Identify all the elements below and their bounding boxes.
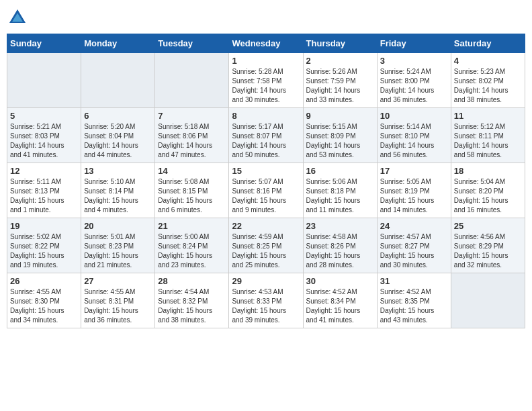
day-cell: 13Sunrise: 5:10 AM Sunset: 8:14 PM Dayli… bbox=[81, 163, 155, 218]
page-header bbox=[7, 7, 525, 28]
day-number: 31 bbox=[380, 276, 448, 286]
day-info: Sunrise: 4:55 AM Sunset: 8:31 PM Dayligh… bbox=[84, 287, 152, 325]
day-number: 7 bbox=[158, 111, 226, 121]
day-number: 12 bbox=[10, 166, 78, 176]
day-cell: 29Sunrise: 4:53 AM Sunset: 8:33 PM Dayli… bbox=[229, 273, 303, 328]
day-number: 5 bbox=[10, 111, 78, 121]
day-number: 22 bbox=[232, 221, 300, 231]
day-info: Sunrise: 5:05 AM Sunset: 8:19 PM Dayligh… bbox=[380, 177, 448, 215]
day-cell: 22Sunrise: 4:59 AM Sunset: 8:25 PM Dayli… bbox=[229, 218, 303, 273]
day-number: 28 bbox=[158, 276, 226, 286]
day-info: Sunrise: 5:12 AM Sunset: 8:11 PM Dayligh… bbox=[454, 122, 522, 160]
day-cell: 25Sunrise: 4:56 AM Sunset: 8:29 PM Dayli… bbox=[451, 218, 525, 273]
day-info: Sunrise: 5:01 AM Sunset: 8:23 PM Dayligh… bbox=[84, 232, 152, 270]
day-cell: 28Sunrise: 4:54 AM Sunset: 8:32 PM Dayli… bbox=[155, 273, 229, 328]
day-number: 17 bbox=[380, 166, 448, 176]
day-info: Sunrise: 5:24 AM Sunset: 8:00 PM Dayligh… bbox=[380, 67, 448, 105]
day-cell: 1Sunrise: 5:28 AM Sunset: 7:58 PM Daylig… bbox=[229, 53, 303, 108]
day-cell: 31Sunrise: 4:52 AM Sunset: 8:35 PM Dayli… bbox=[377, 273, 451, 328]
header-cell-saturday: Saturday bbox=[451, 34, 525, 53]
day-cell bbox=[7, 53, 81, 108]
day-cell: 21Sunrise: 5:00 AM Sunset: 8:24 PM Dayli… bbox=[155, 218, 229, 273]
day-cell: 20Sunrise: 5:01 AM Sunset: 8:23 PM Dayli… bbox=[81, 218, 155, 273]
day-number: 21 bbox=[158, 221, 226, 231]
day-info: Sunrise: 5:20 AM Sunset: 8:04 PM Dayligh… bbox=[84, 122, 152, 160]
day-info: Sunrise: 5:17 AM Sunset: 8:07 PM Dayligh… bbox=[232, 122, 300, 160]
day-number: 25 bbox=[454, 221, 522, 231]
day-number: 13 bbox=[84, 166, 152, 176]
day-cell: 23Sunrise: 4:58 AM Sunset: 8:26 PM Dayli… bbox=[303, 218, 377, 273]
header-row: SundayMondayTuesdayWednesdayThursdayFrid… bbox=[7, 34, 525, 53]
day-number: 14 bbox=[158, 166, 226, 176]
day-cell: 27Sunrise: 4:55 AM Sunset: 8:31 PM Dayli… bbox=[81, 273, 155, 328]
header-cell-sunday: Sunday bbox=[7, 34, 81, 53]
day-number: 8 bbox=[232, 111, 300, 121]
day-number: 20 bbox=[84, 221, 152, 231]
day-number: 15 bbox=[232, 166, 300, 176]
day-cell: 18Sunrise: 5:04 AM Sunset: 8:20 PM Dayli… bbox=[451, 163, 525, 218]
day-cell: 16Sunrise: 5:06 AM Sunset: 8:18 PM Dayli… bbox=[303, 163, 377, 218]
day-cell: 6Sunrise: 5:20 AM Sunset: 8:04 PM Daylig… bbox=[81, 108, 155, 163]
day-info: Sunrise: 5:07 AM Sunset: 8:16 PM Dayligh… bbox=[232, 177, 300, 215]
day-cell: 30Sunrise: 4:52 AM Sunset: 8:34 PM Dayli… bbox=[303, 273, 377, 328]
day-cell: 9Sunrise: 5:15 AM Sunset: 8:09 PM Daylig… bbox=[303, 108, 377, 163]
day-info: Sunrise: 4:55 AM Sunset: 8:30 PM Dayligh… bbox=[10, 287, 78, 325]
week-row-1: 1Sunrise: 5:28 AM Sunset: 7:58 PM Daylig… bbox=[7, 53, 525, 108]
header-cell-monday: Monday bbox=[81, 34, 155, 53]
calendar-body: 1Sunrise: 5:28 AM Sunset: 7:58 PM Daylig… bbox=[7, 53, 525, 328]
day-cell: 2Sunrise: 5:26 AM Sunset: 7:59 PM Daylig… bbox=[303, 53, 377, 108]
day-number: 27 bbox=[84, 276, 152, 286]
header-cell-thursday: Thursday bbox=[303, 34, 377, 53]
day-info: Sunrise: 5:14 AM Sunset: 8:10 PM Dayligh… bbox=[380, 122, 448, 160]
day-cell bbox=[155, 53, 229, 108]
day-number: 11 bbox=[454, 111, 522, 121]
day-info: Sunrise: 5:10 AM Sunset: 8:14 PM Dayligh… bbox=[84, 177, 152, 215]
day-info: Sunrise: 5:00 AM Sunset: 8:24 PM Dayligh… bbox=[158, 232, 226, 270]
day-info: Sunrise: 4:53 AM Sunset: 8:33 PM Dayligh… bbox=[232, 287, 300, 325]
day-info: Sunrise: 5:21 AM Sunset: 8:03 PM Dayligh… bbox=[10, 122, 78, 160]
header-cell-tuesday: Tuesday bbox=[155, 34, 229, 53]
day-info: Sunrise: 5:18 AM Sunset: 8:06 PM Dayligh… bbox=[158, 122, 226, 160]
day-info: Sunrise: 4:58 AM Sunset: 8:26 PM Dayligh… bbox=[306, 232, 374, 270]
day-cell: 8Sunrise: 5:17 AM Sunset: 8:07 PM Daylig… bbox=[229, 108, 303, 163]
day-info: Sunrise: 4:52 AM Sunset: 8:34 PM Dayligh… bbox=[306, 287, 374, 325]
header-cell-wednesday: Wednesday bbox=[229, 34, 303, 53]
day-number: 29 bbox=[232, 276, 300, 286]
day-cell: 26Sunrise: 4:55 AM Sunset: 8:30 PM Dayli… bbox=[7, 273, 81, 328]
day-cell bbox=[81, 53, 155, 108]
day-info: Sunrise: 5:26 AM Sunset: 7:59 PM Dayligh… bbox=[306, 67, 374, 105]
week-row-4: 19Sunrise: 5:02 AM Sunset: 8:22 PM Dayli… bbox=[7, 218, 525, 273]
day-info: Sunrise: 5:02 AM Sunset: 8:22 PM Dayligh… bbox=[10, 232, 78, 270]
day-cell: 24Sunrise: 4:57 AM Sunset: 8:27 PM Dayli… bbox=[377, 218, 451, 273]
day-info: Sunrise: 5:08 AM Sunset: 8:15 PM Dayligh… bbox=[158, 177, 226, 215]
calendar-header: SundayMondayTuesdayWednesdayThursdayFrid… bbox=[7, 34, 525, 53]
day-number: 23 bbox=[306, 221, 374, 231]
day-number: 1 bbox=[232, 56, 300, 66]
day-cell: 17Sunrise: 5:05 AM Sunset: 8:19 PM Dayli… bbox=[377, 163, 451, 218]
header-cell-friday: Friday bbox=[377, 34, 451, 53]
logo bbox=[7, 7, 31, 28]
day-number: 4 bbox=[454, 56, 522, 66]
day-info: Sunrise: 4:57 AM Sunset: 8:27 PM Dayligh… bbox=[380, 232, 448, 270]
day-info: Sunrise: 4:56 AM Sunset: 8:29 PM Dayligh… bbox=[454, 232, 522, 270]
day-number: 10 bbox=[380, 111, 448, 121]
week-row-5: 26Sunrise: 4:55 AM Sunset: 8:30 PM Dayli… bbox=[7, 273, 525, 328]
week-row-2: 5Sunrise: 5:21 AM Sunset: 8:03 PM Daylig… bbox=[7, 108, 525, 163]
logo-icon bbox=[7, 7, 28, 28]
day-number: 9 bbox=[306, 111, 374, 121]
day-cell: 10Sunrise: 5:14 AM Sunset: 8:10 PM Dayli… bbox=[377, 108, 451, 163]
day-number: 19 bbox=[10, 221, 78, 231]
day-info: Sunrise: 5:15 AM Sunset: 8:09 PM Dayligh… bbox=[306, 122, 374, 160]
day-cell: 14Sunrise: 5:08 AM Sunset: 8:15 PM Dayli… bbox=[155, 163, 229, 218]
day-cell: 15Sunrise: 5:07 AM Sunset: 8:16 PM Dayli… bbox=[229, 163, 303, 218]
day-cell: 7Sunrise: 5:18 AM Sunset: 8:06 PM Daylig… bbox=[155, 108, 229, 163]
day-info: Sunrise: 5:11 AM Sunset: 8:13 PM Dayligh… bbox=[10, 177, 78, 215]
day-cell: 5Sunrise: 5:21 AM Sunset: 8:03 PM Daylig… bbox=[7, 108, 81, 163]
day-cell: 12Sunrise: 5:11 AM Sunset: 8:13 PM Dayli… bbox=[7, 163, 81, 218]
day-cell bbox=[451, 273, 525, 328]
day-info: Sunrise: 4:52 AM Sunset: 8:35 PM Dayligh… bbox=[380, 287, 448, 325]
day-number: 30 bbox=[306, 276, 374, 286]
day-number: 2 bbox=[306, 56, 374, 66]
day-info: Sunrise: 4:59 AM Sunset: 8:25 PM Dayligh… bbox=[232, 232, 300, 270]
week-row-3: 12Sunrise: 5:11 AM Sunset: 8:13 PM Dayli… bbox=[7, 163, 525, 218]
